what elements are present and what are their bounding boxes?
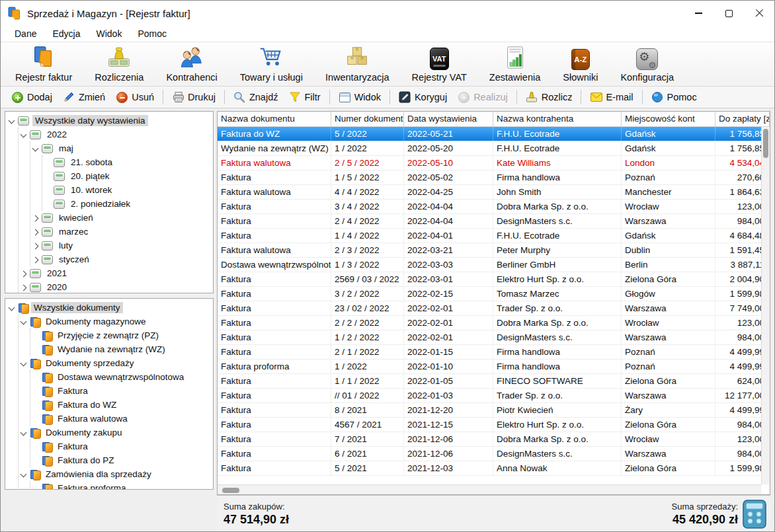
- table-row[interactable]: Faktura1 / 4 / 20222022-04-01F.H.U. Ecot…: [218, 229, 770, 243]
- tree-item-luty[interactable]: luty: [30, 239, 212, 252]
- close-button[interactable]: [744, 1, 774, 26]
- drukuj-button[interactable]: Drukuj: [167, 89, 221, 106]
- usun-button[interactable]: Usuń: [110, 89, 159, 106]
- rozlicz-button[interactable]: Rozlicz: [520, 89, 578, 106]
- tree-label[interactable]: Wydanie na zewnątrz (WZ): [55, 344, 168, 355]
- column-header-do-zaplaty-zl[interactable]: Do zapłaty [zł]: [715, 112, 770, 126]
- tree-item-faktura[interactable]: Faktura: [30, 384, 212, 398]
- chevron-right-icon[interactable]: [30, 213, 40, 223]
- tree-label[interactable]: Faktura do WZ: [55, 399, 119, 410]
- table-row[interactable]: Faktura2 / 4 / 20222022-04-04DesignMaste…: [218, 214, 770, 229]
- tree-label[interactable]: 2020: [44, 282, 69, 293]
- tree-item-kwiecien[interactable]: kwiecień: [30, 211, 212, 225]
- tree-item-dokumenty-sprzedazy[interactable]: Dokumenty sprzedaży: [19, 356, 212, 370]
- tree-item-dokumenty-zakupu[interactable]: Dokumenty zakupu: [19, 426, 212, 439]
- chevron-down-icon[interactable]: [19, 317, 28, 326]
- tree-item-przyjecie-z-zewnatrz-pz[interactable]: Przyjęcie z zewnątrz (PZ): [30, 328, 212, 342]
- tree-label[interactable]: 21. sobota: [68, 157, 115, 168]
- zestawienia-button[interactable]: Zestawienia: [489, 45, 540, 83]
- konfiguracja-button[interactable]: ⚙⚙Konfiguracja: [620, 45, 674, 83]
- table-row[interactable]: Faktura1 / 2 / 20222022-02-01DesignMaste…: [218, 330, 770, 345]
- menu-dane[interactable]: Dane: [7, 27, 44, 40]
- tree-label[interactable]: Dostawa wewnątrzwspólnotowa: [55, 371, 186, 383]
- widok-button[interactable]: Widok: [333, 89, 386, 106]
- menu-edycja[interactable]: Edycja: [45, 27, 87, 40]
- table-row[interactable]: Faktura walutowa4 / 4 / 20222022-04-25Jo…: [218, 185, 770, 200]
- koryguj-button[interactable]: Koryguj: [393, 89, 452, 106]
- table-row[interactable]: Faktura proforma1 / 20222022-01-10Firma …: [218, 360, 770, 374]
- column-header-miejscowosc-kont[interactable]: Miejscowość kont: [622, 112, 715, 126]
- tree-item-dostawa-wewnatrzwspolnotowa[interactable]: Dostawa wewnątrzwspólnotowa: [30, 370, 212, 384]
- chevron-right-icon[interactable]: [30, 227, 40, 237]
- chevron-right-icon[interactable]: [30, 241, 40, 250]
- tree-label[interactable]: 2022: [44, 129, 69, 140]
- table-row[interactable]: Faktura do WZ5 / 20222022-05-21F.H.U. Ec…: [218, 127, 770, 141]
- chevron-right-icon[interactable]: [19, 282, 28, 292]
- menu-widok[interactable]: Widok: [89, 27, 130, 40]
- tree-label[interactable]: 10. wtorek: [68, 184, 114, 196]
- tree-item-faktura-do-pz[interactable]: Faktura do PZ: [30, 453, 212, 467]
- znajdz-button[interactable]: Znajdź: [228, 89, 284, 106]
- tree-item-2021[interactable]: 2021: [19, 266, 212, 280]
- tree-item-faktura[interactable]: Faktura: [30, 439, 212, 453]
- table-row[interactable]: Faktura1 / 1 / 20222022-01-05FINECO SOFT…: [218, 374, 770, 389]
- table-row[interactable]: Dostawa wewnątrzwspólnotowa1 / 3 / 20222…: [218, 258, 770, 272]
- tree-label[interactable]: Przyjęcie z zewnątrz (PZ): [55, 330, 161, 341]
- tree-item-faktura-walutowa[interactable]: Faktura walutowa: [30, 412, 212, 426]
- zmien-button[interactable]: Zmień: [58, 89, 110, 106]
- table-row[interactable]: Faktura walutowa2 / 5 / 20222022-05-10Ka…: [218, 156, 770, 171]
- chevron-down-icon[interactable]: [19, 358, 28, 368]
- table-row[interactable]: Faktura walutowa2 / 3 / 20222022-03-21Pe…: [218, 243, 770, 258]
- tree-label[interactable]: Zamówienia dla sprzedaży: [43, 469, 154, 480]
- column-header-nazwa-kontrahenta[interactable]: Nazwa kontrahenta: [493, 112, 622, 126]
- table-row[interactable]: Faktura5 / 20212021-12-03Anna NowakZielo…: [218, 461, 770, 476]
- column-header-nazwa-dokumentu[interactable]: Nazwa dokumentu: [218, 112, 331, 126]
- tree-label[interactable]: Faktura proforma: [55, 482, 129, 490]
- horizontal-scrollbar-thumb[interactable]: [222, 488, 239, 493]
- tree-item-dokumenty-magazynowe[interactable]: Dokumenty magazynowe: [19, 315, 212, 328]
- chevron-down-icon[interactable]: [19, 130, 28, 139]
- calculator-icon[interactable]: [743, 500, 766, 529]
- tree-item-zamowienia-dla-sprzedazy[interactable]: Zamówienia dla sprzedaży: [19, 467, 212, 481]
- tree-label[interactable]: maj: [56, 143, 76, 154]
- tree-label[interactable]: Wszystkie dokumenty: [31, 302, 123, 313]
- tree-item-2022[interactable]: 2022: [19, 128, 212, 141]
- table-row[interactable]: Wydanie na zewnątrz (WZ)1 / 20222022-05-…: [218, 141, 770, 156]
- realizuj-button[interactable]: »Realizuj: [452, 89, 513, 106]
- kontrahenci-button[interactable]: Kontrahenci: [166, 45, 217, 83]
- tree-item-20-piatek[interactable]: 20. piątek: [42, 169, 212, 183]
- slowniki-button[interactable]: A-ZSłowniki: [563, 45, 598, 83]
- table-row[interactable]: Faktura8 / 20212021-12-20Piotr KwiecieńŻ…: [218, 403, 770, 418]
- inwentaryzacja-button[interactable]: Inwentaryzacja: [325, 45, 389, 83]
- tree-label[interactable]: Faktura do PZ: [55, 455, 117, 466]
- tree-label[interactable]: Faktura walutowa: [55, 413, 130, 424]
- table-row[interactable]: Faktura6 / 20212021-12-06DesignMasters s…: [218, 447, 770, 461]
- filtr-button[interactable]: Filtr: [283, 89, 325, 106]
- tree-label[interactable]: marzec: [56, 226, 91, 237]
- chevron-down-icon[interactable]: [7, 116, 17, 126]
- tree-label[interactable]: kwiecień: [56, 212, 96, 223]
- tree-label[interactable]: Wszystkie daty wystawienia: [32, 115, 148, 126]
- table-row[interactable]: Faktura2569 / 03 / 20222022-03-01Elektro…: [218, 272, 770, 287]
- rozliczenia-button[interactable]: Rozliczenia: [95, 45, 143, 83]
- pomoc-button[interactable]: Pomoc: [646, 89, 702, 106]
- table-row[interactable]: Faktura7 / 20212021-12-06Dobra Marka Sp.…: [218, 432, 770, 447]
- tree-item-maj[interactable]: maj: [30, 141, 212, 155]
- e-mail-button[interactable]: E-mail: [585, 89, 638, 106]
- chevron-right-icon[interactable]: [30, 254, 40, 264]
- column-header-data-wystawienia[interactable]: Data wystawienia: [404, 112, 493, 126]
- table-row[interactable]: Faktura3 / 2 / 20222022-02-15Tomasz Marz…: [218, 287, 770, 301]
- chevron-down-icon[interactable]: [30, 143, 40, 153]
- maximize-button[interactable]: [714, 1, 744, 26]
- tree-item-styczen[interactable]: styczeń: [30, 252, 212, 266]
- tree-item-wszystkie-daty-wystawienia[interactable]: Wszystkie daty wystawienia: [7, 114, 212, 128]
- tree-label[interactable]: styczeń: [56, 254, 92, 265]
- tree-label[interactable]: Dokumenty zakupu: [43, 427, 125, 438]
- tree-label[interactable]: 20. piątek: [68, 171, 112, 182]
- tree-label[interactable]: 2021: [44, 268, 69, 279]
- chevron-right-icon[interactable]: [19, 268, 28, 278]
- table-row[interactable]: Faktura2 / 1 / 20222022-01-15Firma handl…: [218, 345, 770, 360]
- vertical-scrollbar-thumb[interactable]: [763, 129, 768, 158]
- tree-item-21-sobota[interactable]: 21. sobota: [42, 155, 212, 169]
- minimize-button[interactable]: [683, 1, 714, 26]
